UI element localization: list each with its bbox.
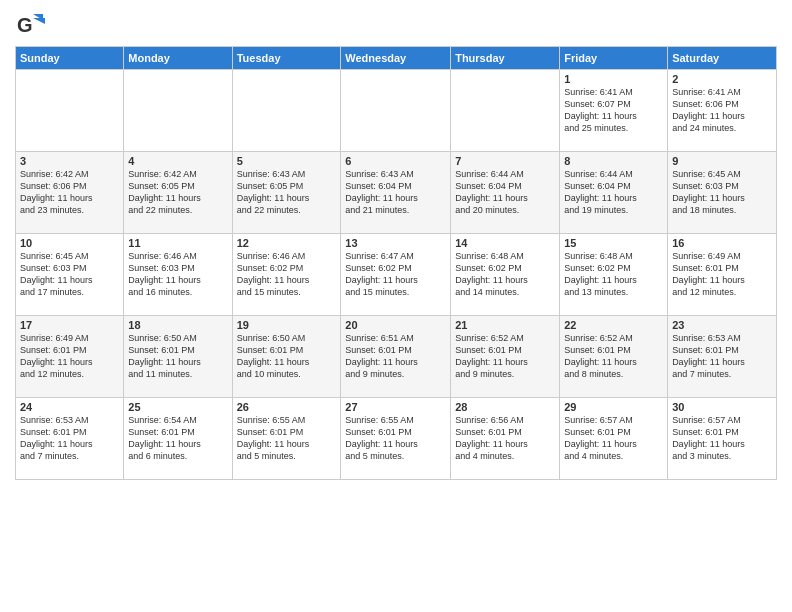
calendar-week-row: 17Sunrise: 6:49 AM Sunset: 6:01 PM Dayli… <box>16 316 777 398</box>
day-number: 6 <box>345 155 446 167</box>
calendar-week-row: 24Sunrise: 6:53 AM Sunset: 6:01 PM Dayli… <box>16 398 777 480</box>
day-info: Sunrise: 6:53 AM Sunset: 6:01 PM Dayligh… <box>672 332 772 381</box>
day-info: Sunrise: 6:55 AM Sunset: 6:01 PM Dayligh… <box>237 414 337 463</box>
calendar-cell: 7Sunrise: 6:44 AM Sunset: 6:04 PM Daylig… <box>451 152 560 234</box>
calendar: SundayMondayTuesdayWednesdayThursdayFrid… <box>15 46 777 480</box>
day-info: Sunrise: 6:48 AM Sunset: 6:02 PM Dayligh… <box>455 250 555 299</box>
day-info: Sunrise: 6:49 AM Sunset: 6:01 PM Dayligh… <box>20 332 119 381</box>
day-info: Sunrise: 6:45 AM Sunset: 6:03 PM Dayligh… <box>20 250 119 299</box>
day-number: 12 <box>237 237 337 249</box>
day-of-week-header: Saturday <box>668 47 777 70</box>
day-number: 8 <box>564 155 663 167</box>
calendar-cell: 30Sunrise: 6:57 AM Sunset: 6:01 PM Dayli… <box>668 398 777 480</box>
day-number: 19 <box>237 319 337 331</box>
calendar-cell <box>341 70 451 152</box>
calendar-cell: 8Sunrise: 6:44 AM Sunset: 6:04 PM Daylig… <box>560 152 668 234</box>
calendar-week-row: 1Sunrise: 6:41 AM Sunset: 6:07 PM Daylig… <box>16 70 777 152</box>
calendar-cell: 18Sunrise: 6:50 AM Sunset: 6:01 PM Dayli… <box>124 316 232 398</box>
logo-icon: G <box>15 10 45 40</box>
day-number: 20 <box>345 319 446 331</box>
day-number: 4 <box>128 155 227 167</box>
day-number: 27 <box>345 401 446 413</box>
calendar-header-row: SundayMondayTuesdayWednesdayThursdayFrid… <box>16 47 777 70</box>
calendar-cell: 21Sunrise: 6:52 AM Sunset: 6:01 PM Dayli… <box>451 316 560 398</box>
day-number: 24 <box>20 401 119 413</box>
calendar-cell: 1Sunrise: 6:41 AM Sunset: 6:07 PM Daylig… <box>560 70 668 152</box>
day-info: Sunrise: 6:41 AM Sunset: 6:06 PM Dayligh… <box>672 86 772 135</box>
day-info: Sunrise: 6:55 AM Sunset: 6:01 PM Dayligh… <box>345 414 446 463</box>
calendar-cell: 12Sunrise: 6:46 AM Sunset: 6:02 PM Dayli… <box>232 234 341 316</box>
day-of-week-header: Monday <box>124 47 232 70</box>
day-number: 2 <box>672 73 772 85</box>
calendar-cell: 13Sunrise: 6:47 AM Sunset: 6:02 PM Dayli… <box>341 234 451 316</box>
calendar-cell: 9Sunrise: 6:45 AM Sunset: 6:03 PM Daylig… <box>668 152 777 234</box>
calendar-cell: 29Sunrise: 6:57 AM Sunset: 6:01 PM Dayli… <box>560 398 668 480</box>
day-of-week-header: Tuesday <box>232 47 341 70</box>
day-of-week-header: Sunday <box>16 47 124 70</box>
calendar-cell: 20Sunrise: 6:51 AM Sunset: 6:01 PM Dayli… <box>341 316 451 398</box>
calendar-cell: 15Sunrise: 6:48 AM Sunset: 6:02 PM Dayli… <box>560 234 668 316</box>
day-info: Sunrise: 6:57 AM Sunset: 6:01 PM Dayligh… <box>564 414 663 463</box>
calendar-cell <box>451 70 560 152</box>
day-info: Sunrise: 6:50 AM Sunset: 6:01 PM Dayligh… <box>128 332 227 381</box>
calendar-cell: 28Sunrise: 6:56 AM Sunset: 6:01 PM Dayli… <box>451 398 560 480</box>
calendar-cell: 24Sunrise: 6:53 AM Sunset: 6:01 PM Dayli… <box>16 398 124 480</box>
day-info: Sunrise: 6:56 AM Sunset: 6:01 PM Dayligh… <box>455 414 555 463</box>
calendar-cell: 27Sunrise: 6:55 AM Sunset: 6:01 PM Dayli… <box>341 398 451 480</box>
calendar-cell: 17Sunrise: 6:49 AM Sunset: 6:01 PM Dayli… <box>16 316 124 398</box>
calendar-cell: 2Sunrise: 6:41 AM Sunset: 6:06 PM Daylig… <box>668 70 777 152</box>
day-info: Sunrise: 6:48 AM Sunset: 6:02 PM Dayligh… <box>564 250 663 299</box>
day-number: 23 <box>672 319 772 331</box>
day-number: 29 <box>564 401 663 413</box>
logo: G <box>15 10 49 40</box>
calendar-cell: 19Sunrise: 6:50 AM Sunset: 6:01 PM Dayli… <box>232 316 341 398</box>
day-number: 10 <box>20 237 119 249</box>
day-info: Sunrise: 6:43 AM Sunset: 6:05 PM Dayligh… <box>237 168 337 217</box>
day-info: Sunrise: 6:42 AM Sunset: 6:05 PM Dayligh… <box>128 168 227 217</box>
day-number: 13 <box>345 237 446 249</box>
day-of-week-header: Thursday <box>451 47 560 70</box>
calendar-cell: 14Sunrise: 6:48 AM Sunset: 6:02 PM Dayli… <box>451 234 560 316</box>
calendar-cell: 16Sunrise: 6:49 AM Sunset: 6:01 PM Dayli… <box>668 234 777 316</box>
day-number: 3 <box>20 155 119 167</box>
day-number: 21 <box>455 319 555 331</box>
day-info: Sunrise: 6:57 AM Sunset: 6:01 PM Dayligh… <box>672 414 772 463</box>
calendar-week-row: 3Sunrise: 6:42 AM Sunset: 6:06 PM Daylig… <box>16 152 777 234</box>
day-number: 22 <box>564 319 663 331</box>
day-info: Sunrise: 6:52 AM Sunset: 6:01 PM Dayligh… <box>455 332 555 381</box>
day-number: 11 <box>128 237 227 249</box>
day-info: Sunrise: 6:51 AM Sunset: 6:01 PM Dayligh… <box>345 332 446 381</box>
day-info: Sunrise: 6:54 AM Sunset: 6:01 PM Dayligh… <box>128 414 227 463</box>
day-number: 16 <box>672 237 772 249</box>
day-info: Sunrise: 6:52 AM Sunset: 6:01 PM Dayligh… <box>564 332 663 381</box>
calendar-cell: 11Sunrise: 6:46 AM Sunset: 6:03 PM Dayli… <box>124 234 232 316</box>
day-number: 5 <box>237 155 337 167</box>
day-number: 14 <box>455 237 555 249</box>
day-info: Sunrise: 6:44 AM Sunset: 6:04 PM Dayligh… <box>455 168 555 217</box>
calendar-cell: 3Sunrise: 6:42 AM Sunset: 6:06 PM Daylig… <box>16 152 124 234</box>
day-of-week-header: Friday <box>560 47 668 70</box>
day-info: Sunrise: 6:42 AM Sunset: 6:06 PM Dayligh… <box>20 168 119 217</box>
day-info: Sunrise: 6:50 AM Sunset: 6:01 PM Dayligh… <box>237 332 337 381</box>
calendar-cell <box>232 70 341 152</box>
calendar-cell <box>16 70 124 152</box>
calendar-cell: 26Sunrise: 6:55 AM Sunset: 6:01 PM Dayli… <box>232 398 341 480</box>
calendar-cell: 6Sunrise: 6:43 AM Sunset: 6:04 PM Daylig… <box>341 152 451 234</box>
day-info: Sunrise: 6:46 AM Sunset: 6:03 PM Dayligh… <box>128 250 227 299</box>
calendar-cell: 23Sunrise: 6:53 AM Sunset: 6:01 PM Dayli… <box>668 316 777 398</box>
day-info: Sunrise: 6:43 AM Sunset: 6:04 PM Dayligh… <box>345 168 446 217</box>
calendar-cell: 4Sunrise: 6:42 AM Sunset: 6:05 PM Daylig… <box>124 152 232 234</box>
day-number: 1 <box>564 73 663 85</box>
day-number: 25 <box>128 401 227 413</box>
day-info: Sunrise: 6:41 AM Sunset: 6:07 PM Dayligh… <box>564 86 663 135</box>
day-number: 17 <box>20 319 119 331</box>
svg-text:G: G <box>17 14 33 36</box>
day-info: Sunrise: 6:45 AM Sunset: 6:03 PM Dayligh… <box>672 168 772 217</box>
calendar-cell: 25Sunrise: 6:54 AM Sunset: 6:01 PM Dayli… <box>124 398 232 480</box>
day-number: 30 <box>672 401 772 413</box>
calendar-cell: 22Sunrise: 6:52 AM Sunset: 6:01 PM Dayli… <box>560 316 668 398</box>
day-number: 28 <box>455 401 555 413</box>
calendar-cell: 5Sunrise: 6:43 AM Sunset: 6:05 PM Daylig… <box>232 152 341 234</box>
day-info: Sunrise: 6:49 AM Sunset: 6:01 PM Dayligh… <box>672 250 772 299</box>
calendar-cell <box>124 70 232 152</box>
